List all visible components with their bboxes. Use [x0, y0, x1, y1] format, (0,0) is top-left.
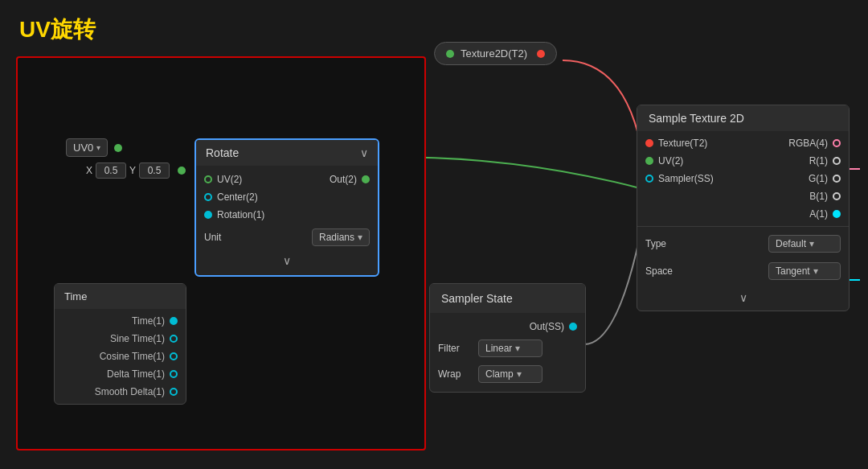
time-node: Time Time(1) Sine Time(1) Cosine Time(1)… — [54, 283, 186, 405]
main-container: UV0 ▾ X 0.5 Y 0.5 Rotate ∨ UV(2) Out(2) — [16, 56, 426, 450]
rotation-port-label: Rotation(1) — [217, 209, 264, 220]
st-a-out-dot — [833, 210, 841, 218]
time-out-0 — [170, 317, 178, 325]
out2-dot — [362, 175, 370, 183]
time-out-2 — [170, 352, 178, 360]
time-body: Time(1) Sine Time(1) Cosine Time(1) Delt… — [55, 309, 186, 404]
x-value[interactable]: 0.5 — [96, 163, 126, 179]
texture-label: Texture2D(T2) — [461, 47, 527, 60]
st-b-label: B(1) — [809, 191, 828, 202]
time-row-1: Sine Time(1) — [55, 330, 186, 348]
unit-row: Unit Radians ▾ — [196, 224, 378, 251]
time-row-3: Delta Time(1) — [55, 365, 186, 383]
filter-select[interactable]: Linear ▾ — [478, 339, 542, 357]
sampler-node: Sampler State Out(SS) Filter Linear ▾ Wr… — [429, 283, 586, 393]
ts-space-row: Space Tangent ▾ — [645, 259, 841, 283]
st-g-label: G(1) — [809, 173, 828, 184]
sampler-out-label: Out(SS) — [530, 321, 564, 332]
space-select[interactable]: Tangent ▾ — [768, 262, 841, 280]
st-r-out-dot — [833, 157, 841, 165]
y-label: Y — [129, 165, 136, 176]
sampler-header: Sampler State — [430, 284, 585, 313]
space-value: Tangent — [776, 265, 810, 277]
x-label: X — [86, 165, 92, 176]
st-sampler-label: Sampler(SS) — [658, 173, 714, 184]
st-rgba-out-dot — [833, 139, 841, 147]
uv0-box[interactable]: UV0 ▾ — [66, 138, 108, 157]
type-select[interactable]: Default ▾ — [768, 235, 841, 253]
xy-out-dot — [178, 167, 186, 175]
port-row-center: Center(2) — [196, 188, 378, 206]
rotate-node: Rotate ∨ UV(2) Out(2) Center(2) — [194, 138, 379, 277]
texture-out-dot — [537, 50, 545, 58]
page-title: UV旋转 — [19, 14, 96, 45]
unit-select[interactable]: Radians ▾ — [312, 228, 370, 246]
st-uv-in-dot — [645, 157, 653, 165]
rotate-title: Rotate — [206, 146, 239, 159]
time-label-4: Smooth Delta(1) — [63, 386, 165, 397]
space-dropdown-icon: ▾ — [813, 265, 818, 277]
filter-label: Filter — [438, 343, 472, 354]
texture2d-node: Texture2D(T2) — [434, 42, 557, 65]
st-row-uv: UV(2) R(1) — [637, 152, 849, 170]
y-value[interactable]: 0.5 — [139, 163, 170, 179]
sample-texture-body: Texture(T2) RGBA(4) UV(2) R(1) Sampler(S… — [637, 131, 849, 311]
ts-type-row: Type Default ▾ — [645, 232, 841, 256]
port-row-rotation: Rotation(1) — [196, 206, 378, 224]
texture-in-dot — [446, 50, 454, 58]
st-texture-label: Texture(T2) — [658, 138, 707, 149]
time-row-2: Cosine Time(1) — [55, 348, 186, 365]
uv0-node: UV0 ▾ — [66, 138, 122, 157]
type-label: Type — [645, 238, 666, 249]
unit-label: Unit — [204, 232, 221, 243]
center-port-label: Center(2) — [217, 191, 258, 203]
uv-in-dot — [204, 175, 212, 183]
time-row-0: Time(1) — [55, 312, 186, 330]
st-uv-label: UV(2) — [658, 155, 683, 167]
type-value: Default — [776, 238, 806, 249]
uv0-out-dot — [114, 144, 122, 152]
time-label-1: Sine Time(1) — [63, 333, 165, 344]
unit-value: Radians — [319, 232, 354, 243]
st-row-b: B(1) — [637, 187, 849, 205]
wrap-label: Wrap — [438, 368, 472, 380]
st-texture-in-dot — [645, 139, 653, 147]
uv-port-label: UV(2) — [217, 174, 242, 185]
rotate-collapse-icon[interactable]: ∨ — [360, 146, 368, 159]
wrap-select[interactable]: Clamp ▾ — [478, 365, 542, 383]
time-row-4: Smooth Delta(1) — [55, 383, 186, 401]
sample-texture-expand-icon[interactable]: ∨ — [637, 288, 849, 307]
ts-section: Type Default ▾ Space Tangent ▾ — [637, 227, 849, 288]
center-in-dot — [204, 193, 212, 201]
unit-dropdown-icon: ▾ — [358, 232, 362, 243]
st-a-label: A(1) — [809, 208, 828, 220]
xy-inputs: X 0.5 Y 0.5 — [86, 163, 186, 179]
wrap-value: Clamp — [485, 368, 514, 380]
st-sampler-in-dot — [645, 175, 653, 183]
time-label-2: Cosine Time(1) — [63, 351, 165, 362]
sampler-wrap-row: Wrap Clamp ▾ — [430, 361, 585, 387]
type-dropdown-icon: ▾ — [809, 238, 814, 249]
time-label-3: Delta Time(1) — [63, 368, 165, 380]
rotation-in-dot — [204, 211, 212, 219]
space-label: Space — [645, 265, 673, 277]
st-g-out-dot — [833, 175, 841, 183]
time-header: Time — [55, 284, 186, 309]
st-r-label: R(1) — [809, 155, 828, 167]
st-row-texture: Texture(T2) RGBA(4) — [637, 134, 849, 152]
filter-value: Linear — [485, 343, 512, 354]
out2-port-label: Out(2) — [330, 174, 357, 185]
st-b-out-dot — [833, 192, 841, 200]
rotate-body: UV(2) Out(2) Center(2) Rotation(1) — [196, 166, 378, 275]
time-out-1 — [170, 335, 178, 343]
rotate-expand-icon[interactable]: ∨ — [196, 251, 378, 270]
time-out-4 — [170, 388, 178, 396]
sampler-out-row: Out(SS) — [430, 318, 585, 335]
sample-texture-header: Sample Texture 2D — [637, 105, 849, 131]
st-row-sampler: Sampler(SS) G(1) — [637, 170, 849, 187]
st-row-a: A(1) — [637, 205, 849, 223]
sampler-filter-row: Filter Linear ▾ — [430, 335, 585, 361]
rotate-header: Rotate ∨ — [196, 140, 378, 166]
wrap-dropdown-icon: ▾ — [517, 368, 522, 380]
sample-texture-node: Sample Texture 2D Texture(T2) RGBA(4) UV… — [637, 105, 850, 311]
